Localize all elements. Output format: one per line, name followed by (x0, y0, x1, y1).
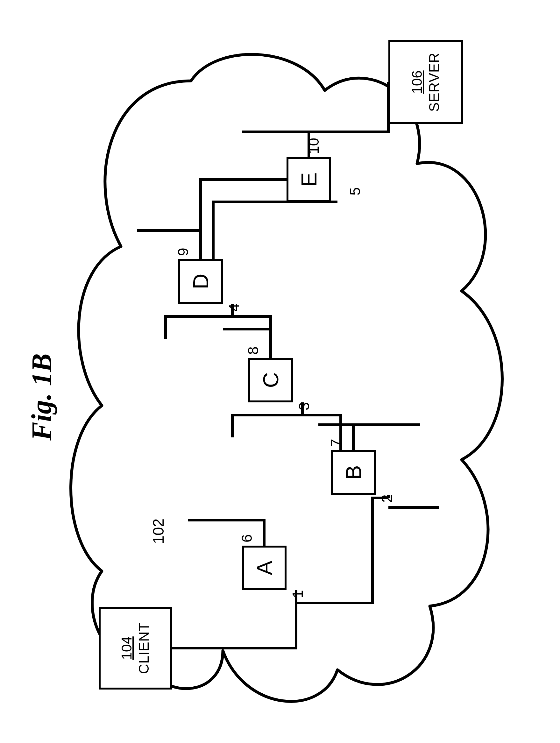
interface-8: 8 (245, 346, 262, 355)
router-E: E (287, 157, 331, 202)
diagram-root: Fig. 1B 102 104 CLIENT 106 SERVER (0, 0, 560, 743)
router-C: C (248, 358, 293, 402)
router-B: B (331, 450, 376, 495)
router-A: A (242, 545, 287, 590)
interface-3: 3 (295, 402, 313, 410)
interface-10: 10 (305, 138, 322, 154)
interface-2: 2 (378, 494, 395, 502)
interface-4: 4 (225, 303, 243, 312)
interface-9: 9 (174, 248, 192, 256)
interface-1: 1 (289, 590, 306, 598)
interface-7: 7 (327, 439, 344, 447)
router-D: D (178, 259, 223, 304)
interface-6: 6 (238, 534, 255, 542)
interface-5: 5 (346, 187, 363, 195)
